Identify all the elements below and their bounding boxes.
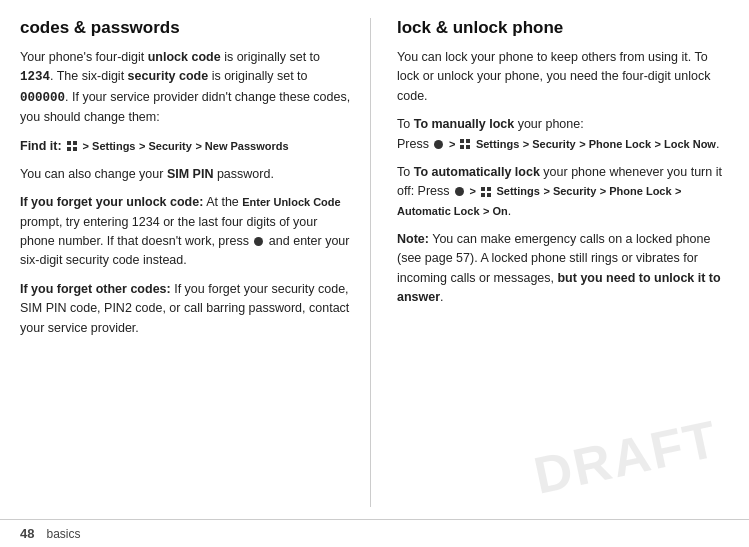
manual-lock-now: Lock Now — [664, 138, 716, 150]
manual-arrow-3: > — [579, 138, 588, 150]
manual-lock-paragraph: To To manually lock your phone: Press > … — [397, 115, 729, 154]
intro-text-3: . The six-digit — [50, 69, 128, 83]
intro-text-4: is originally set to — [208, 69, 307, 83]
auto-arrow-2: > — [543, 185, 552, 197]
manual-phone-lock: Phone Lock — [589, 138, 651, 150]
auto-lock-label: To automatically lock — [414, 165, 540, 179]
intro-text-1: Your phone's four-digit — [20, 50, 148, 64]
find-it-arrow-3: > — [195, 140, 204, 152]
find-it-new-passwords: New Passwords — [205, 140, 289, 152]
bullet-icon-manual — [434, 140, 443, 149]
find-it-label: Find it: — [20, 139, 65, 153]
manual-lock-text1: your phone: — [514, 117, 584, 131]
page-number: 48 — [20, 526, 34, 541]
left-column: codes & passwords Your phone's four-digi… — [20, 18, 371, 507]
forget-other-label: If you forget other codes: — [20, 282, 171, 296]
intro-paragraph: Your phone's four-digit unlock code is o… — [20, 48, 352, 128]
svg-rect-7 — [466, 145, 470, 149]
svg-rect-6 — [460, 145, 464, 149]
svg-rect-10 — [481, 193, 485, 197]
find-it-settings: Settings — [92, 140, 135, 152]
auto-security: Security — [553, 185, 596, 197]
security-code-label: security code — [128, 69, 209, 83]
security-code-value: 000000 — [20, 91, 65, 105]
content-area: codes & passwords Your phone's four-digi… — [0, 0, 749, 519]
manual-arrow-1: > — [449, 138, 458, 150]
note-label: Note: — [397, 232, 429, 246]
sim-pin-intro: You can also change your — [20, 167, 167, 181]
svg-rect-8 — [481, 187, 485, 191]
manual-arrow-2: > — [523, 138, 532, 150]
manual-arrow-4: > — [654, 138, 663, 150]
auto-arrow-1: > — [470, 185, 479, 197]
sim-pin-text: password. — [213, 167, 273, 181]
right-intro-paragraph: You can lock your phone to keep others f… — [397, 48, 729, 106]
auto-phone-lock: Phone Lock — [609, 185, 671, 197]
find-it-paragraph: Find it: > Settings > Security > New Pas… — [20, 137, 352, 156]
find-it-bullet-icon — [65, 139, 82, 153]
bullet-icon-auto — [455, 187, 464, 196]
unlock-code-value: 1234 — [20, 70, 50, 84]
svg-rect-2 — [67, 147, 71, 151]
forget-unlock-label: If you forget your unlock code: — [20, 195, 203, 209]
svg-rect-5 — [466, 139, 470, 143]
auto-settings: Settings — [497, 185, 540, 197]
note-paragraph: Note: You can make emergency calls on a … — [397, 230, 729, 308]
auto-grid-icon — [479, 184, 496, 198]
auto-on: On — [492, 205, 507, 217]
intro-text-5: . If your service provider didn't change… — [20, 90, 350, 124]
manual-lock-label: To manually lock — [414, 117, 515, 131]
forget-other-paragraph: If you forget other codes: If you forget… — [20, 280, 352, 338]
right-column: lock & unlock phone You can lock your ph… — [391, 18, 729, 507]
manual-security: Security — [532, 138, 575, 150]
svg-rect-11 — [487, 193, 491, 197]
svg-rect-0 — [67, 141, 71, 145]
find-it-arrow-1: > — [83, 140, 92, 152]
note-end: . — [440, 290, 443, 304]
forget-unlock-text: At the — [203, 195, 242, 209]
footer-section-label: basics — [46, 527, 80, 541]
sim-pin-label: SIM PIN — [167, 167, 214, 181]
intro-text-2: is originally set to — [221, 50, 320, 64]
svg-rect-1 — [73, 141, 77, 145]
svg-rect-9 — [487, 187, 491, 191]
sim-pin-paragraph: You can also change your SIM PIN passwor… — [20, 165, 352, 184]
manual-lock-press-label: Press — [397, 137, 432, 151]
bullet-icon-forget — [254, 237, 263, 246]
unlock-code-label: unlock code — [148, 50, 221, 64]
right-section-title: lock & unlock phone — [397, 18, 729, 38]
left-section-title: codes & passwords — [20, 18, 352, 38]
forget-unlock-paragraph: If you forget your unlock code: At the E… — [20, 193, 352, 271]
auto-lock-to: To — [397, 165, 414, 179]
page-container: codes & passwords Your phone's four-digi… — [0, 0, 749, 547]
auto-automatic-lock: Automatic Lock — [397, 205, 480, 217]
auto-arrow-3: > — [600, 185, 609, 197]
manual-settings: Settings — [476, 138, 519, 150]
auto-lock-paragraph: To To automatically lock your phone when… — [397, 163, 729, 221]
svg-rect-4 — [460, 139, 464, 143]
footer-bar: 48 basics — [0, 519, 749, 547]
svg-rect-3 — [73, 147, 77, 151]
manual-grid-icon — [458, 137, 475, 151]
enter-unlock-code-label: Enter Unlock Code — [242, 196, 340, 208]
find-it-security: Security — [148, 140, 191, 152]
auto-arrow-4: > — [675, 185, 681, 197]
manual-lock-to: To — [397, 117, 414, 131]
